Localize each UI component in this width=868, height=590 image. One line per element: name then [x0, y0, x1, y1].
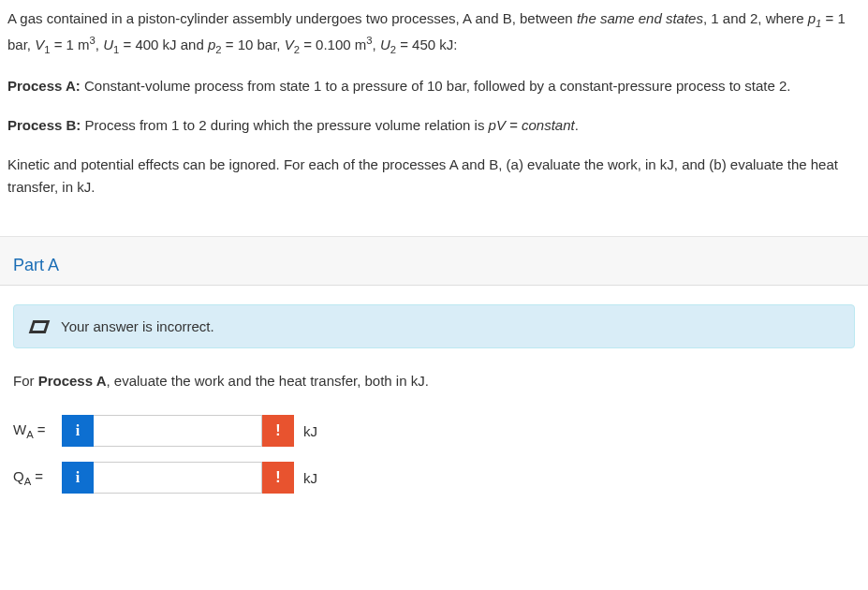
process-a-label: Process A:	[7, 78, 81, 94]
problem-process-a: Process A: Constant-volume process from …	[7, 75, 861, 97]
variable-p1: p1	[808, 10, 822, 26]
qa-error-indicator[interactable]: !	[262, 462, 294, 494]
qa-unit: kJ	[303, 470, 317, 486]
text-bold: Process A	[38, 373, 107, 389]
text: .	[575, 117, 579, 133]
alert-text: Your answer is incorrect.	[61, 318, 214, 334]
wa-error-indicator[interactable]: !	[262, 415, 294, 447]
process-a-text: Constant-volume process from state 1 to …	[81, 78, 791, 94]
qa-info-button[interactable]: i	[62, 462, 94, 494]
qa-input[interactable]	[94, 462, 262, 494]
problem-paragraph-1: A gas contained in a piston-cylinder ass…	[7, 7, 861, 58]
text-sub: A	[26, 429, 34, 440]
process-b-relation: pV = constant	[489, 117, 575, 133]
part-title: Part A	[13, 256, 855, 275]
wa-label: WA =	[13, 421, 62, 440]
eraser-icon	[29, 320, 51, 333]
part-content: Your answer is incorrect. For Process A,…	[0, 286, 868, 518]
process-b-text: Process from 1 to 2 during which the pre…	[81, 117, 488, 133]
qa-input-row: QA = i ! kJ	[13, 462, 855, 494]
text: =	[34, 421, 46, 437]
text-italic: the same end states	[577, 10, 703, 26]
text: , 1 and 2, where	[703, 10, 808, 26]
text: Q	[13, 468, 24, 484]
problem-process-b: Process B: Process from 1 to 2 during wh…	[7, 114, 861, 137]
problem-paragraph-4: Kinetic and potential effects can be ign…	[7, 154, 861, 199]
text: W	[13, 421, 26, 437]
incorrect-alert: Your answer is incorrect.	[13, 304, 855, 348]
wa-info-button[interactable]: i	[62, 415, 94, 447]
text: A gas contained in a piston-cylinder ass…	[7, 10, 577, 26]
qa-label: QA =	[13, 468, 62, 487]
process-b-label: Process B:	[7, 117, 81, 133]
text: =	[31, 468, 43, 484]
text: , evaluate the work and the heat transfe…	[107, 373, 429, 389]
problem-statement: A gas contained in a piston-cylinder ass…	[0, 0, 868, 199]
wa-input[interactable]	[94, 415, 262, 447]
wa-input-row: WA = i ! kJ	[13, 415, 855, 447]
part-header: Part A	[0, 237, 868, 286]
part-instruction: For Process A, evaluate the work and the…	[13, 373, 855, 389]
wa-unit: kJ	[303, 423, 317, 439]
text: For	[13, 373, 38, 389]
